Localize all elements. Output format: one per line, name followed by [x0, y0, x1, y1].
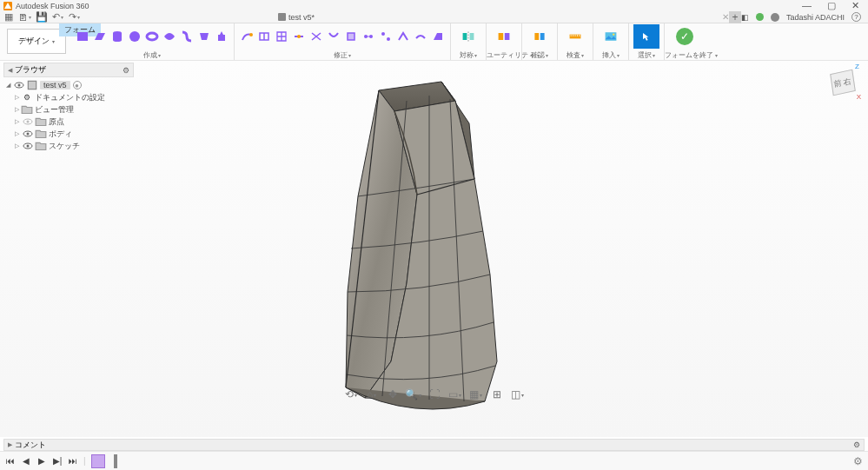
tool-select-icon[interactable]	[633, 24, 659, 49]
tree-node-sketches[interactable]: ▷ スケッチ	[3, 140, 134, 152]
twist-icon[interactable]: ▷	[12, 94, 21, 101]
twist-icon[interactable]: ▷	[12, 130, 21, 137]
tool-mirror-icon[interactable]	[455, 24, 481, 49]
tspline-body[interactable]	[320, 75, 511, 424]
window-close-button[interactable]: ✕	[851, 0, 859, 11]
twist-icon[interactable]: ▷	[12, 118, 21, 125]
tool-fill-hole-icon[interactable]	[343, 24, 359, 49]
tool-torus-icon[interactable]	[144, 24, 160, 49]
viewcube-face-front[interactable]: 前 右	[830, 70, 856, 96]
comments-collapse-icon[interactable]: ▶	[8, 441, 12, 448]
timeline-marker[interactable]	[114, 454, 117, 468]
window-minimize-button[interactable]: —	[802, 0, 812, 11]
svg-rect-19	[540, 33, 545, 40]
tool-pipe-icon[interactable]	[179, 24, 195, 49]
tool-box-icon[interactable]	[75, 24, 90, 49]
nav-lookat-icon[interactable]: ⌂	[366, 388, 378, 400]
group-label-measure[interactable]: 検査	[558, 50, 593, 60]
tree-node-doc-settings[interactable]: ▷ ⚙ ドキュメントの設定	[3, 91, 134, 103]
timeline-back-icon[interactable]: ◀	[21, 456, 31, 467]
comments-settings-icon[interactable]: ⚙	[853, 440, 860, 449]
finish-form-button[interactable]: ✓	[674, 24, 695, 49]
nav-display-icon[interactable]: ▭	[449, 388, 461, 400]
save-icon[interactable]: 💾	[36, 12, 46, 22]
tool-extrude-icon[interactable]	[214, 24, 229, 49]
job-status-icon[interactable]	[756, 13, 764, 21]
tool-cylinder-icon[interactable]	[109, 24, 125, 49]
twist-icon[interactable]: ▷	[12, 142, 21, 149]
tool-insert-edge-icon[interactable]	[256, 24, 272, 49]
tree-node-origin[interactable]: ▷ 原点	[3, 116, 134, 128]
help-icon[interactable]: ?	[851, 12, 861, 22]
data-panel-icon[interactable]: ▦	[3, 12, 13, 22]
nav-fit-icon[interactable]: ⛶	[428, 388, 441, 400]
browser-settings-icon[interactable]: ⚙	[123, 66, 129, 75]
group-label-select[interactable]: 選択	[629, 50, 664, 60]
group-label-insert[interactable]: 挿入	[593, 50, 628, 60]
group-label-mirror[interactable]: 確認	[522, 50, 557, 60]
twist-icon[interactable]: ▷	[12, 106, 21, 113]
tool-uncrease-icon[interactable]	[413, 24, 428, 49]
tool-weld-vertices-icon[interactable]	[361, 24, 376, 49]
timeline-play-icon[interactable]: ▶	[36, 456, 47, 467]
extensions-icon[interactable]: ◧	[741, 13, 749, 22]
twist-icon[interactable]: ◢	[3, 82, 12, 89]
tool-merge-edge-icon[interactable]	[308, 24, 324, 49]
activate-component-button[interactable]: ●	[73, 81, 82, 89]
visibility-icon[interactable]	[23, 117, 33, 126]
view-cube[interactable]: Z 前 右 X	[828, 68, 858, 97]
workspace-selector[interactable]: デザイン	[7, 29, 66, 54]
tool-bevel-edge-icon[interactable]	[430, 24, 446, 49]
group-label-finish[interactable]: フォームを終了	[665, 50, 705, 60]
timeline-end-icon[interactable]: ⏭	[68, 456, 78, 467]
document-tab[interactable]: test v5*	[278, 13, 315, 22]
nav-snap-icon[interactable]: ⊞	[491, 388, 503, 400]
group-label-symmetry[interactable]: 対称	[451, 50, 486, 60]
tree-node-views[interactable]: ▷ ビュー管理	[3, 103, 134, 116]
timeline-feature-form[interactable]	[91, 454, 105, 468]
tool-plane-icon[interactable]	[92, 24, 108, 49]
user-avatar-icon[interactable]	[771, 13, 779, 22]
tool-insert-image-icon[interactable]	[598, 24, 624, 49]
visibility-icon[interactable]	[23, 129, 33, 138]
tab-close-button[interactable]: ✕	[722, 12, 729, 22]
tree-node-bodies[interactable]: ▷ ボディ	[3, 128, 134, 140]
tool-face-icon[interactable]	[196, 24, 212, 49]
visibility-icon[interactable]	[23, 142, 33, 150]
toolbar-group-measure: 検査	[557, 23, 593, 60]
svg-point-12	[387, 37, 390, 41]
group-label-modify[interactable]: 修正	[235, 50, 450, 60]
browser-collapse-icon[interactable]: ◀	[8, 67, 12, 74]
tab-new-button[interactable]: +	[729, 11, 741, 23]
tool-measure-icon[interactable]	[562, 24, 588, 49]
timeline-start-icon[interactable]: ⏮	[5, 456, 16, 467]
timeline-forward-icon[interactable]: ▶|	[52, 456, 63, 467]
nav-grid-icon[interactable]: ▦	[470, 388, 482, 400]
redo-icon[interactable]: ↷	[70, 12, 79, 22]
folder-icon	[35, 141, 47, 151]
visibility-icon[interactable]	[14, 81, 24, 89]
tool-subdivide-icon[interactable]	[274, 24, 289, 49]
comments-panel-header: ▶ コメント ⚙	[3, 439, 865, 451]
group-label-create[interactable]: 作成	[70, 50, 234, 60]
tool-repair-body-icon[interactable]	[527, 24, 553, 49]
user-name[interactable]: Tadashi ADACHI	[786, 13, 845, 22]
tool-display-mode-icon[interactable]	[491, 24, 517, 49]
window-maximize-button[interactable]: ▢	[827, 0, 836, 11]
undo-icon[interactable]: ↶	[53, 12, 63, 22]
tool-insert-point-icon[interactable]	[291, 24, 307, 49]
tool-unweld-icon[interactable]	[378, 24, 394, 49]
tool-bridge-icon[interactable]	[326, 24, 341, 49]
group-label-utility[interactable]: ユーティリティ	[487, 50, 521, 60]
nav-viewport-icon[interactable]: ◫	[512, 388, 524, 400]
tree-node-root[interactable]: ◢ test v5 ●	[3, 79, 134, 91]
nav-orbit-icon[interactable]: ⟲	[345, 388, 357, 400]
tool-sphere-icon[interactable]	[127, 24, 142, 49]
tool-crease-icon[interactable]	[395, 24, 411, 49]
timeline-settings-icon[interactable]: ⚙	[853, 455, 863, 467]
nav-pan-icon[interactable]: ✥	[387, 388, 399, 400]
file-menu-icon[interactable]: 🖹	[20, 12, 30, 22]
tool-edit-form-icon[interactable]	[239, 24, 255, 49]
nav-zoom-icon[interactable]: 🔍	[407, 388, 420, 400]
tool-quadball-icon[interactable]	[162, 24, 177, 49]
